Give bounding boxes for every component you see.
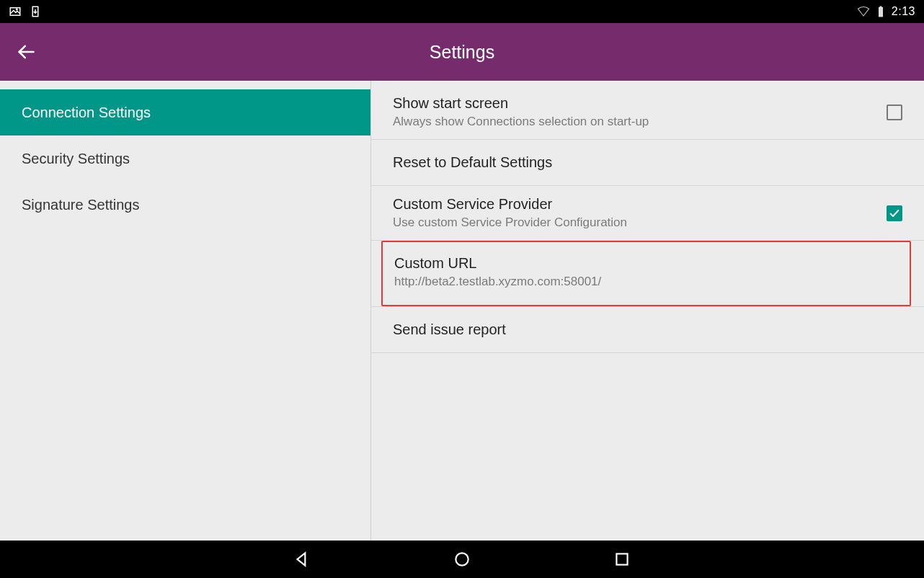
svg-rect-8 <box>616 553 627 564</box>
setting-custom-service-provider[interactable]: Custom Service Provider Use custom Servi… <box>371 186 924 241</box>
system-nav-bar <box>0 541 924 578</box>
setting-subtitle: Always show Connections selection on sta… <box>393 115 649 129</box>
svg-point-1 <box>17 9 18 10</box>
setting-show-start-screen[interactable]: Show start screen Always show Connection… <box>371 85 924 140</box>
device-frame: 2:13 Settings Connection Settings Securi… <box>0 0 924 578</box>
setting-send-issue-report[interactable]: Send issue report <box>371 306 924 353</box>
checkbox-custom-provider[interactable] <box>887 205 902 221</box>
svg-point-7 <box>456 553 468 565</box>
svg-marker-6 <box>298 553 306 565</box>
setting-title: Custom URL <box>394 255 601 272</box>
setting-subtitle: Use custom Service Provider Configuratio… <box>393 215 627 230</box>
settings-content: Show start screen Always show Connection… <box>371 81 924 541</box>
sidebar-item-label: Security Settings <box>22 151 130 167</box>
sidebar-item-signature-settings[interactable]: Signature Settings <box>0 182 370 228</box>
settings-sidebar: Connection Settings Security Settings Si… <box>0 81 371 541</box>
setting-title: Send issue report <box>393 317 506 342</box>
setting-title: Show start screen <box>393 95 649 112</box>
app-bar: Settings <box>0 23 924 81</box>
sidebar-item-label: Connection Settings <box>22 105 151 121</box>
back-button[interactable] <box>6 32 46 72</box>
checkbox-show-start-screen[interactable] <box>887 105 902 120</box>
nav-recents-button[interactable] <box>610 548 634 571</box>
sidebar-item-label: Signature Settings <box>22 197 139 213</box>
download-notification-icon <box>29 5 42 18</box>
highlight-custom-url: Custom URL http://beta2.testlab.xyzmo.co… <box>381 241 911 306</box>
setting-title: Custom Service Provider <box>393 196 627 213</box>
status-bar: 2:13 <box>0 0 924 23</box>
status-clock: 2:13 <box>892 5 915 18</box>
nav-back-button[interactable] <box>290 548 314 571</box>
main-area: Connection Settings Security Settings Si… <box>0 81 924 541</box>
sidebar-item-security-settings[interactable]: Security Settings <box>0 135 370 182</box>
setting-title: Reset to Default Settings <box>393 150 552 175</box>
sidebar-item-connection-settings[interactable]: Connection Settings <box>0 89 370 135</box>
setting-custom-url[interactable]: Custom URL http://beta2.testlab.xyzmo.co… <box>383 242 910 305</box>
setting-subtitle: http://beta2.testlab.xyzmo.com:58001/ <box>394 275 601 289</box>
setting-reset-defaults[interactable]: Reset to Default Settings <box>371 140 924 186</box>
battery-icon <box>874 5 887 18</box>
page-title: Settings <box>430 42 494 63</box>
svg-rect-3 <box>879 7 883 17</box>
wifi-icon <box>857 5 870 18</box>
nav-home-button[interactable] <box>450 548 474 571</box>
image-notification-icon <box>9 5 22 18</box>
svg-rect-4 <box>879 6 881 8</box>
